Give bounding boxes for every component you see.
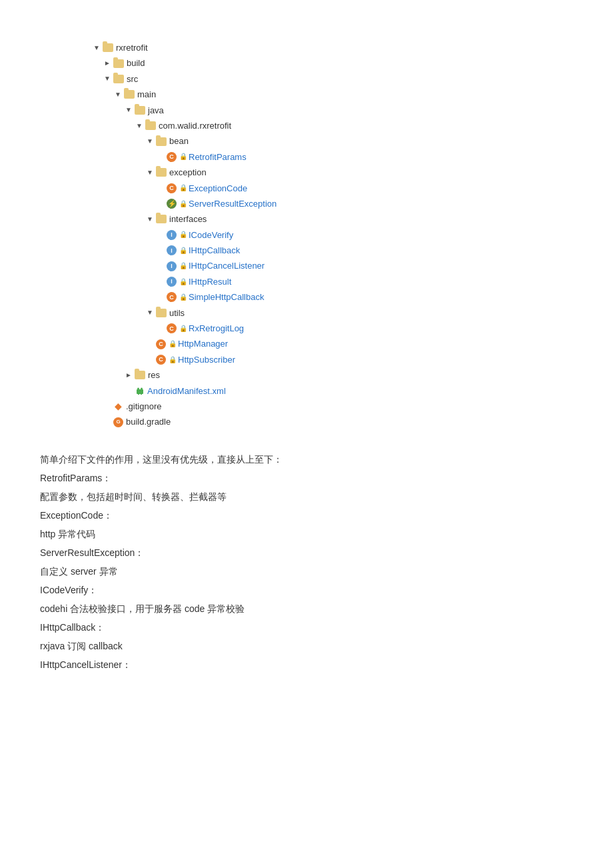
node-label: HttpSubscriber	[178, 352, 235, 367]
tree-node: ▼java	[93, 103, 573, 118]
tree-node: ▼utils	[93, 305, 573, 321]
node-label: SimpleHttpCallback	[189, 289, 264, 305]
tree-toggle[interactable]: ▼	[147, 135, 155, 147]
tree-node: C🔒SimpleHttpCallback	[93, 289, 573, 305]
svg-point-1	[137, 388, 139, 390]
bolt-icon: ⚡	[167, 199, 177, 209]
page-content: ▼rxretrofit►build▼src▼main▼java▼com.wali…	[40, 40, 573, 674]
gradle-icon: G	[113, 417, 123, 427]
lock-icon: 🔒	[179, 323, 187, 335]
desc-retrofit_params_title: RetrofitParams：	[40, 469, 573, 487]
node-label: RxRetrogitLog	[189, 321, 244, 336]
class-icon: C	[156, 339, 166, 349]
class-icon: C	[167, 152, 177, 162]
tree-node: ▼src	[93, 71, 573, 87]
lock-icon: 🔒	[179, 198, 187, 210]
node-label: res	[148, 367, 160, 383]
tree-toggle[interactable]: ▼	[136, 120, 144, 132]
tree-node: ▼exception	[93, 165, 573, 180]
tree-node: ►build	[93, 55, 573, 71]
tree-toggle[interactable]: ▼	[104, 73, 112, 85]
lock-icon: 🔒	[179, 245, 187, 257]
tree-toggle[interactable]: ▼	[93, 42, 101, 54]
tree-node: I🔒IHttpCancelListener	[93, 258, 573, 273]
svg-rect-0	[137, 389, 143, 394]
tree-node: Gbuild.gradle	[93, 414, 573, 429]
desc-intro: 简单介绍下文件的作用，这里没有优先级，直接从上至下：	[40, 450, 573, 469]
tree-toggle[interactable]: ▼	[115, 89, 123, 101]
node-label: com.walid.rxretrofit	[159, 118, 231, 133]
tree-node: ◆.gitignore	[93, 399, 573, 414]
tree-node: ⚡🔒ServerResultException	[93, 196, 573, 211]
node-label: main	[137, 87, 156, 102]
node-label: ICodeVerify	[189, 227, 233, 243]
lock-icon: 🔒	[169, 354, 177, 366]
node-label: exception	[169, 165, 207, 180]
tree-node: C🔒RetrofitParams	[93, 149, 573, 165]
tree-node: ▼rxretrofit	[93, 40, 573, 55]
interface-icon: I	[167, 261, 177, 271]
class-icon: C	[167, 292, 177, 302]
diamond-icon: ◆	[113, 401, 123, 411]
tree-toggle[interactable]: ▼	[147, 213, 155, 225]
node-label: .gitignore	[126, 399, 161, 414]
tree-toggle[interactable]: ▼	[147, 167, 155, 179]
tree-node: ►res	[93, 367, 573, 383]
folder-icon	[156, 309, 167, 317]
node-label: interfaces	[169, 211, 207, 227]
tree-node: I🔒IHttpResult	[93, 274, 573, 289]
tree-node: C🔒ExceptionCode	[93, 181, 573, 196]
folder-icon	[156, 168, 167, 177]
lock-icon: 🔒	[179, 291, 187, 303]
lock-icon: 🔒	[179, 182, 187, 194]
interface-icon: I	[167, 245, 177, 255]
tree-node: ▼interfaces	[93, 211, 573, 227]
lock-icon: 🔒	[179, 151, 187, 163]
desc-server_result_body: 自定义 server 异常	[40, 562, 573, 581]
tree-node: C🔒RxRetrogitLog	[93, 321, 573, 336]
class-icon: C	[167, 323, 177, 333]
lock-icon: 🔒	[179, 229, 187, 241]
desc-exception_code_body: http 异常代码	[40, 525, 573, 543]
tree-toggle[interactable]: ►	[104, 57, 112, 69]
folder-icon	[145, 121, 156, 130]
node-label: AndroidManifest.xml	[147, 383, 226, 399]
folder-icon	[113, 75, 124, 83]
tree-node: I🔒ICodeVerify	[93, 227, 573, 243]
lock-icon: 🔒	[179, 276, 187, 288]
class-icon: C	[156, 355, 166, 365]
tree-toggle[interactable]: ▼	[147, 307, 155, 319]
node-label: utils	[169, 305, 185, 321]
node-label: IHttpResult	[189, 274, 231, 289]
node-label: HttpManager	[178, 336, 228, 351]
class-icon: C	[167, 183, 177, 193]
desc-exception_code_title: ExceptionCode：	[40, 506, 573, 525]
node-label: RetrofitParams	[189, 149, 247, 165]
tree-node: C🔒HttpManager	[93, 336, 573, 351]
folder-icon	[113, 59, 124, 68]
android-icon	[135, 386, 145, 396]
tree-container: ▼rxretrofit►build▼src▼main▼java▼com.wali…	[93, 40, 573, 430]
folder-icon	[156, 215, 167, 223]
tree-node: ▼main	[93, 87, 573, 102]
lock-icon: 🔒	[179, 260, 187, 272]
desc-server_result_title: ServerResultException：	[40, 543, 573, 562]
folder-icon	[135, 106, 145, 115]
node-label: ServerResultException	[189, 196, 277, 211]
folder-icon	[156, 137, 167, 146]
tree-toggle[interactable]: ►	[125, 369, 133, 381]
svg-rect-4	[141, 393, 142, 395]
svg-point-2	[141, 388, 143, 390]
node-label: IHttpCallback	[189, 243, 240, 258]
node-label: src	[127, 71, 138, 87]
lock-icon: 🔒	[169, 338, 177, 350]
node-label: IHttpCancelListener	[189, 258, 265, 273]
tree-node: AndroidManifest.xml	[93, 383, 573, 399]
desc-ihttpcallback_body: rxjava 订阅 callback	[40, 637, 573, 655]
desc-ihttpcancellistener_title: IHttpCancelListener：	[40, 655, 573, 674]
node-label: java	[148, 103, 164, 118]
tree-toggle[interactable]: ▼	[125, 104, 133, 116]
folder-icon	[124, 90, 135, 99]
interface-icon: I	[167, 230, 177, 240]
node-label: bean	[169, 133, 189, 149]
